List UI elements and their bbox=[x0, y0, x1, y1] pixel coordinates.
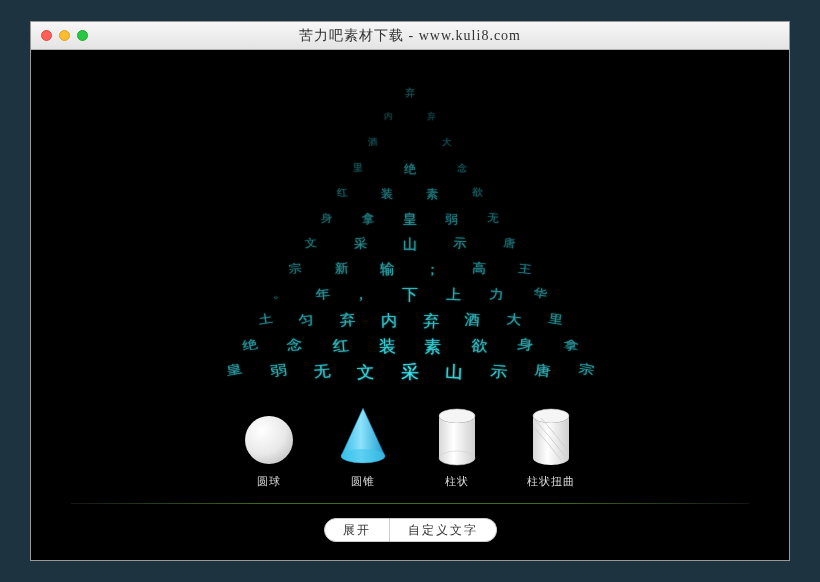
glyph: 高 bbox=[471, 261, 486, 278]
glyph: 身 bbox=[320, 211, 333, 225]
glyph: 里 bbox=[352, 161, 363, 174]
glyph: 拿 bbox=[562, 336, 579, 354]
glyph: 内 bbox=[381, 310, 397, 332]
expand-button[interactable]: 展开 bbox=[324, 518, 390, 542]
maximize-icon[interactable] bbox=[77, 30, 88, 41]
shape-twist-cylinder[interactable]: 柱状扭曲 bbox=[523, 406, 579, 489]
glyph: 弃 bbox=[339, 311, 356, 331]
shape-cylinder[interactable]: 柱状 bbox=[429, 406, 485, 489]
glyph: 酒 bbox=[368, 136, 377, 149]
canvas-area: 弃内弃酒大里绝念红装素欲身拿皇弱无文采山示唐宗新输；高王。年,下上力华土匀弃内弃… bbox=[31, 50, 789, 406]
cylinder-icon bbox=[429, 406, 485, 466]
glyph: 无 bbox=[313, 361, 332, 383]
glyph: 弱 bbox=[445, 211, 459, 227]
glyph: 装 bbox=[378, 335, 396, 358]
minimize-icon[interactable] bbox=[59, 30, 70, 41]
svg-point-0 bbox=[245, 416, 293, 464]
glyph: 红 bbox=[336, 186, 348, 199]
shape-picker: 圆球 圆锥 bbox=[31, 406, 789, 499]
shape-label: 柱状 bbox=[445, 474, 469, 489]
glyph: 念 bbox=[286, 336, 304, 355]
glyph: 唐 bbox=[533, 361, 552, 381]
glyph: 皇 bbox=[403, 211, 417, 229]
shape-sphere[interactable]: 圆球 bbox=[241, 406, 297, 489]
glyph: 内 bbox=[384, 111, 393, 123]
shape-cone[interactable]: 圆锥 bbox=[335, 406, 391, 489]
glyph: 绝 bbox=[241, 336, 258, 354]
glyph: 欲 bbox=[470, 336, 487, 357]
glyph: 弃 bbox=[422, 310, 438, 332]
glyph: 。 bbox=[273, 286, 289, 302]
twist-cylinder-icon bbox=[523, 406, 579, 466]
window-controls bbox=[41, 30, 88, 41]
glyph: 年 bbox=[316, 286, 331, 304]
glyph: 弃 bbox=[405, 86, 415, 100]
glyph: 唐 bbox=[502, 236, 515, 252]
glyph: 山 bbox=[403, 235, 417, 254]
glyph: 采 bbox=[401, 360, 419, 384]
glyph: 里 bbox=[547, 311, 564, 328]
glyph: 无 bbox=[487, 211, 500, 225]
glyph: 王 bbox=[517, 261, 532, 277]
close-icon[interactable] bbox=[41, 30, 52, 41]
titlebar: 苦力吧素材下载 - www.kuli8.com bbox=[31, 22, 789, 50]
glyph: 华 bbox=[532, 286, 548, 302]
shape-label: 圆球 bbox=[257, 474, 281, 489]
glyph: 素 bbox=[426, 186, 438, 203]
glyph: 宗 bbox=[577, 361, 595, 379]
glyph: 拿 bbox=[362, 211, 376, 227]
shape-label: 圆锥 bbox=[351, 474, 375, 489]
glyph: 绝 bbox=[404, 161, 416, 178]
glyph: 宗 bbox=[288, 261, 303, 277]
glyph: 山 bbox=[445, 360, 464, 383]
glyph: 新 bbox=[334, 261, 349, 278]
glyph: 文 bbox=[304, 236, 317, 252]
glyph: 下 bbox=[402, 285, 418, 306]
bottom-button-group: 展开 自定义文字 bbox=[31, 518, 789, 560]
glyph: 输 bbox=[380, 260, 395, 279]
text-cone-visual: 弃内弃酒大里绝念红装素欲身拿皇弱无文采山示唐宗新输；高王。年,下上力华土匀弃内弃… bbox=[200, 80, 620, 390]
glyph: 示 bbox=[452, 236, 466, 253]
glyph: 装 bbox=[381, 186, 393, 203]
glyph: 弃 bbox=[427, 111, 436, 123]
glyph: 欲 bbox=[472, 186, 484, 199]
svg-point-4 bbox=[533, 409, 569, 423]
glyph: ； bbox=[425, 260, 440, 279]
glyph: 大 bbox=[505, 311, 522, 329]
glyph: 上 bbox=[445, 286, 461, 305]
cone-icon bbox=[335, 406, 391, 466]
glyph: 文 bbox=[357, 360, 376, 383]
glyph: 红 bbox=[332, 336, 349, 357]
glyph: 大 bbox=[442, 136, 451, 149]
shape-label: 柱状扭曲 bbox=[527, 474, 575, 489]
sphere-icon bbox=[241, 406, 297, 466]
glyph: 力 bbox=[488, 286, 503, 304]
svg-point-1 bbox=[341, 449, 385, 463]
custom-text-button[interactable]: 自定义文字 bbox=[390, 518, 497, 542]
glyph: 素 bbox=[424, 335, 442, 358]
glyph: 采 bbox=[354, 236, 368, 253]
glyph: 示 bbox=[489, 361, 508, 383]
divider bbox=[71, 503, 749, 504]
window-title: 苦力吧素材下载 - www.kuli8.com bbox=[31, 27, 789, 45]
glyph: 匀 bbox=[298, 311, 315, 329]
glyph: 弱 bbox=[269, 361, 288, 381]
glyph: , bbox=[359, 286, 364, 303]
glyph: 身 bbox=[516, 336, 534, 355]
glyph: 酒 bbox=[464, 311, 481, 331]
glyph: 念 bbox=[457, 161, 468, 174]
svg-point-2 bbox=[439, 409, 475, 423]
glyph: 土 bbox=[257, 311, 274, 328]
app-window: 苦力吧素材下载 - www.kuli8.com 弃内弃酒大里绝念红装素欲身拿皇弱… bbox=[30, 21, 790, 561]
glyph: 皇 bbox=[225, 361, 243, 379]
